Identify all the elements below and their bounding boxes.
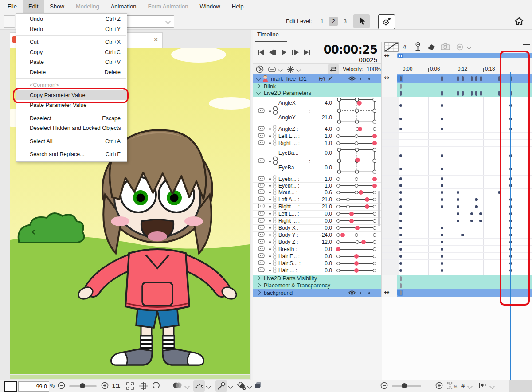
menu-modeling[interactable]: Modeling <box>70 0 105 13</box>
parameter-value[interactable]: 1.0 <box>310 183 332 189</box>
parameter-slider[interactable] <box>338 253 375 260</box>
keyframe-segment[interactable] <box>400 283 402 288</box>
slider-current-dot[interactable] <box>358 127 362 131</box>
slider-current-dot[interactable] <box>349 212 354 216</box>
slider-current-dot[interactable] <box>340 233 345 237</box>
edit-level-3[interactable]: 3 <box>340 17 349 26</box>
link-chain-icon[interactable] <box>273 156 278 166</box>
parameter-toggle-icon[interactable] <box>258 218 265 224</box>
slider-current-dot[interactable] <box>361 240 366 244</box>
expand-range-icon[interactable]: ↔ <box>384 51 390 59</box>
menu-item-deselect-hidden-and-locked-objects[interactable]: Deselect Hidden and Locked Objects <box>16 123 127 133</box>
reset-rotation-icon[interactable] <box>152 382 161 392</box>
slider-current-dot[interactable] <box>354 268 359 273</box>
keyframe-dot[interactable] <box>441 184 444 187</box>
menu-item-copy[interactable]: CopyCtrl+C <box>16 47 127 58</box>
edit-level-2[interactable]: 2 <box>329 17 338 26</box>
parameter-slider[interactable] <box>338 182 375 189</box>
keyframe-segment[interactable] <box>400 91 402 96</box>
parameter-value[interactable]: 21.0 <box>310 114 332 121</box>
chevron-down-icon[interactable] <box>466 44 471 49</box>
menu-form-animation[interactable]: Form Animation <box>142 0 194 13</box>
visibility-eye-icon[interactable] <box>348 76 356 82</box>
parameter-toggle-icon[interactable] <box>258 253 265 259</box>
arrow-tool-button[interactable] <box>353 14 370 28</box>
keyframe-segment[interactable] <box>400 276 402 281</box>
parameter-value[interactable]: 21.0 <box>310 196 332 203</box>
chevron-right-icon[interactable] <box>256 283 261 287</box>
slider-current-dot[interactable] <box>349 219 354 223</box>
keyframe-segment[interactable] <box>457 76 459 81</box>
parameter-value[interactable]: 0.0 <box>310 225 332 231</box>
keyframe-segment[interactable] <box>475 76 477 81</box>
menu-animation[interactable]: Animation <box>105 0 142 13</box>
pencil-icon[interactable] <box>328 75 333 82</box>
home-button[interactable] <box>512 15 526 27</box>
grid-toggle-icon[interactable] <box>139 382 148 392</box>
parameter-value[interactable]: 1.0 <box>310 133 332 139</box>
parameter-slider[interactable] <box>338 196 375 203</box>
layers-icon[interactable] <box>254 381 262 391</box>
chevron-right-icon[interactable] <box>256 276 261 280</box>
keyframe-segment[interactable] <box>441 91 443 96</box>
tab-close-button[interactable]: × <box>154 35 158 43</box>
parameter-value[interactable]: 0.6 <box>310 189 332 196</box>
parameter-toggle-icon[interactable] <box>258 260 265 267</box>
slider-current-dot[interactable] <box>336 247 340 251</box>
link-chain-icon[interactable] <box>273 106 278 116</box>
menu-item-deselect[interactable]: DeselectEscape <box>16 114 127 124</box>
expand-range-icon[interactable]: ↔ <box>384 288 390 296</box>
slider-current-dot[interactable] <box>354 254 359 259</box>
slider-current-dot[interactable] <box>365 197 369 202</box>
zoom-in-icon[interactable] <box>101 382 109 391</box>
chevron-down-icon[interactable] <box>228 384 233 388</box>
expand-range-icon[interactable]: ↔ <box>384 74 390 82</box>
row-option-dot[interactable] <box>360 78 361 80</box>
keyframe-segment[interactable] <box>400 290 402 295</box>
keyframe-segment[interactable] <box>462 91 464 96</box>
eraser-icon[interactable] <box>427 43 436 52</box>
chevron-down-icon[interactable] <box>489 384 494 388</box>
parameter-slider[interactable] <box>338 203 375 210</box>
xy-pad-control[interactable] <box>337 148 376 175</box>
menu-item-cut[interactable]: CutCtrl+X <box>16 37 127 47</box>
dotted-curve-icon[interactable] <box>195 382 203 391</box>
parameter-toggle-icon[interactable] <box>258 133 265 139</box>
parameter-slider[interactable] <box>338 125 375 133</box>
per-frame-icon[interactable]: /f <box>403 43 406 50</box>
parameter-value[interactable]: 0.0 <box>310 211 332 217</box>
parameter-toggle-icon[interactable] <box>258 126 265 132</box>
slider-current-dot[interactable] <box>372 184 377 188</box>
parameter-value[interactable]: 1.0 <box>310 140 332 146</box>
parameter-toggle-icon[interactable] <box>258 204 265 210</box>
panel-divider[interactable] <box>381 42 382 297</box>
menu-item-paste[interactable]: PasteCtrl+V <box>16 57 127 67</box>
row-option-dot[interactable] <box>360 292 361 294</box>
parameter-slider[interactable] <box>338 260 375 267</box>
parameter-row-hair[interactable]: Hair ...0.0 <box>253 267 382 274</box>
menu-file[interactable]: File <box>2 0 23 13</box>
menu-item-search-and-replace[interactable]: Search and Replace...Ctrl+F <box>16 149 127 160</box>
parameter-toggle-icon[interactable] <box>258 158 265 165</box>
parameter-value[interactable]: 4.0 <box>310 100 332 106</box>
section-row-live2d-parameters[interactable]: Live2D Parameters <box>253 90 382 97</box>
edit-level-1[interactable]: 1 <box>317 17 326 26</box>
parameter-value[interactable]: -24.0 <box>310 232 332 238</box>
parameter-value[interactable]: 0.0 <box>310 150 332 156</box>
slider-current-dot[interactable] <box>372 134 377 138</box>
menu-window[interactable]: Window <box>194 0 226 13</box>
timeline-zoom-in-icon[interactable] <box>435 382 443 391</box>
parameter-value[interactable]: 0.0 <box>310 253 332 259</box>
blend-shapes-icon[interactable] <box>237 382 246 392</box>
link-icon[interactable] <box>273 267 277 274</box>
keyframe-dot[interactable] <box>475 198 478 201</box>
track-row-background[interactable]: background <box>253 289 382 297</box>
menu-item-redo[interactable]: RedoCtrl+Y <box>16 24 127 35</box>
zoom-out-icon[interactable] <box>58 382 65 391</box>
toolbar-left-button[interactable] <box>4 15 15 28</box>
parameter-toggle-icon[interactable] <box>258 108 265 114</box>
menu-item-undo[interactable]: UndoCtrl+Z <box>16 14 127 24</box>
parameter-toggle-icon[interactable] <box>258 183 265 189</box>
timeline-zoom-slider-handle[interactable] <box>402 383 407 388</box>
parameter-value[interactable]: 0.0 <box>310 246 332 252</box>
